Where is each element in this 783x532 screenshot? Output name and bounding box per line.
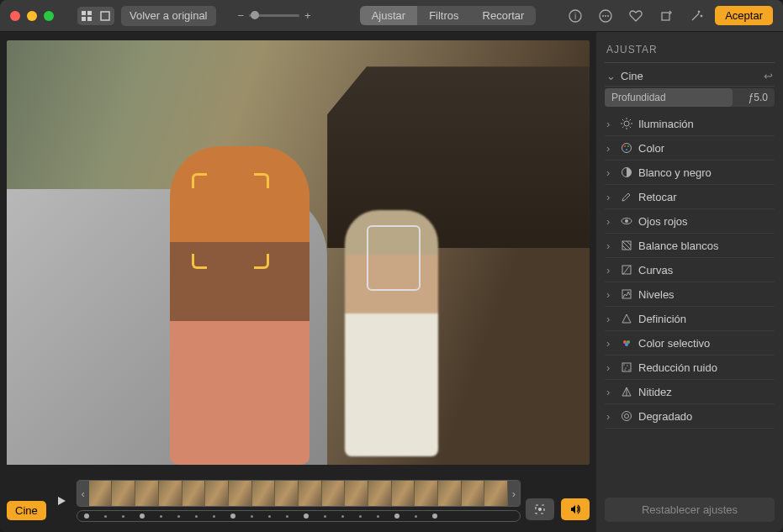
depth-slider[interactable]: Profundidad ƒ5.0 [605,88,775,107]
timeline-frame[interactable] [299,481,322,506]
trim-start-handle[interactable]: ‹ [77,480,89,507]
zoom-out-icon[interactable]: − [238,9,245,22]
keyframe-dot[interactable] [304,514,309,519]
adjust-row-color[interactable]: ›Color [605,136,775,161]
single-view-icon[interactable] [96,7,114,25]
cinematic-badge[interactable]: Cine [7,501,46,520]
keyframe-dot[interactable] [394,514,399,519]
keyframe-dot[interactable] [122,515,124,518]
adjust-row-sharp[interactable]: ›Nitidez [605,380,775,404]
audio-toggle-button[interactable] [561,498,590,520]
adjust-row-light[interactable]: ›Iluminación [605,112,775,136]
keyframe-dot[interactable] [415,515,417,518]
timeline-frame[interactable] [112,481,135,506]
rotate-icon[interactable] [654,6,678,26]
timeline-frame[interactable] [368,481,392,506]
adjust-row-redeye[interactable]: ›Ojos rojos [605,209,775,234]
timeline-frame[interactable] [275,481,299,506]
keyframe-dot[interactable] [160,515,162,518]
keyframe-dot[interactable] [324,515,326,518]
zoom-thumb[interactable] [251,11,259,19]
adjust-row-selcolor[interactable]: ›Color selectivo [605,331,775,356]
levels-icon [620,287,633,301]
tab-filters[interactable]: Filtros [417,6,470,25]
timeline-frames[interactable] [89,481,508,506]
view-mode-toggle[interactable] [77,7,114,25]
adjust-row-levels[interactable]: ›Niveles [605,282,775,307]
timeline-frame[interactable] [135,481,159,506]
svg-line-19 [622,119,624,121]
timeline-frame[interactable] [462,481,485,506]
focus-secondary-indicator[interactable] [367,225,421,291]
close-window-button[interactable] [10,11,20,21]
svg-point-38 [627,365,627,366]
chevron-right-icon: › [606,313,615,325]
chevron-down-icon: ⌄ [606,70,616,82]
timeline-frame[interactable] [484,481,508,506]
more-icon[interactable] [594,6,617,26]
keyframe-dot[interactable] [177,515,180,518]
tab-crop[interactable]: Recortar [471,6,537,25]
minimize-window-button[interactable] [27,11,37,21]
favorite-icon[interactable] [624,6,648,26]
adjust-row-wb[interactable]: ›Balance blancos [605,234,775,258]
photo-canvas[interactable] [7,40,590,465]
adjust-row-label: Color [638,142,664,155]
zoom-in-icon[interactable]: + [304,9,311,22]
keyframe-dot[interactable] [377,515,379,518]
timeline-frame[interactable] [345,481,368,506]
revert-button[interactable]: Volver a original [121,6,216,26]
chevron-right-icon: › [606,166,615,179]
focus-primary-indicator[interactable] [192,173,269,269]
timeline-frame[interactable] [415,481,438,506]
keyframe-dot[interactable] [341,515,344,518]
timeline-strip[interactable]: ‹ › [77,480,521,507]
timeline-frame[interactable] [89,481,113,506]
focus-tracking-button[interactable] [526,498,554,520]
timeline-frame[interactable] [252,481,276,506]
adjust-row-noise[interactable]: ›Reducción ruido [605,356,775,380]
keyframe-dot[interactable] [359,515,362,518]
reset-cinema-icon[interactable]: ↩ [764,70,773,82]
grid-view-icon[interactable] [77,7,96,25]
tab-adjust[interactable]: Ajustar [360,6,417,25]
svg-point-37 [623,364,624,365]
vignette-icon [620,409,633,423]
keyframe-dot[interactable] [140,514,145,519]
info-icon[interactable]: i [563,6,587,26]
adjust-row-retouch[interactable]: ›Retocar [605,185,775,209]
adjust-row-label: Curvas [638,264,673,277]
adjust-row-curves[interactable]: ›Curvas [605,258,775,282]
zoom-track[interactable] [249,14,299,17]
auto-enhance-icon[interactable] [685,6,708,26]
keyframe-dot[interactable] [286,515,288,518]
timeline-frame[interactable] [183,481,206,506]
timeline-frame[interactable] [229,481,252,506]
chevron-right-icon: › [606,410,615,423]
keyframe-track[interactable] [77,510,521,522]
keyframe-dot[interactable] [251,515,253,518]
zoom-slider[interactable]: − + [238,9,311,22]
adjust-row-bw[interactable]: ›Blanco y negro [605,161,775,185]
accept-button[interactable]: Aceptar [715,6,773,25]
keyframe-dot[interactable] [195,515,198,518]
play-button[interactable] [51,491,71,511]
keyframe-dot[interactable] [213,515,215,518]
trim-end-handle[interactable]: › [508,480,520,507]
timeline-frame[interactable] [438,481,462,506]
keyframe-dot[interactable] [104,515,107,518]
timeline-frame[interactable] [322,481,346,506]
keyframe-dot[interactable] [268,515,271,518]
keyframe-dot[interactable] [432,514,437,519]
keyframe-dot[interactable] [84,514,89,519]
cinema-section-header[interactable]: ⌄Cine ↩ [605,63,775,87]
adjust-row-vignette[interactable]: ›Degradado [605,404,775,429]
timeline-frame[interactable] [159,481,183,506]
keyframe-dot[interactable] [230,514,235,519]
timeline-frame[interactable] [392,481,415,506]
reset-adjustments-button[interactable]: Restablecer ajustes [605,498,775,522]
timeline-frame[interactable] [205,481,229,506]
maximize-window-button[interactable] [44,11,54,21]
adjust-row-definition[interactable]: ›Definición [605,307,775,331]
adjust-row-label: Definición [638,313,686,325]
